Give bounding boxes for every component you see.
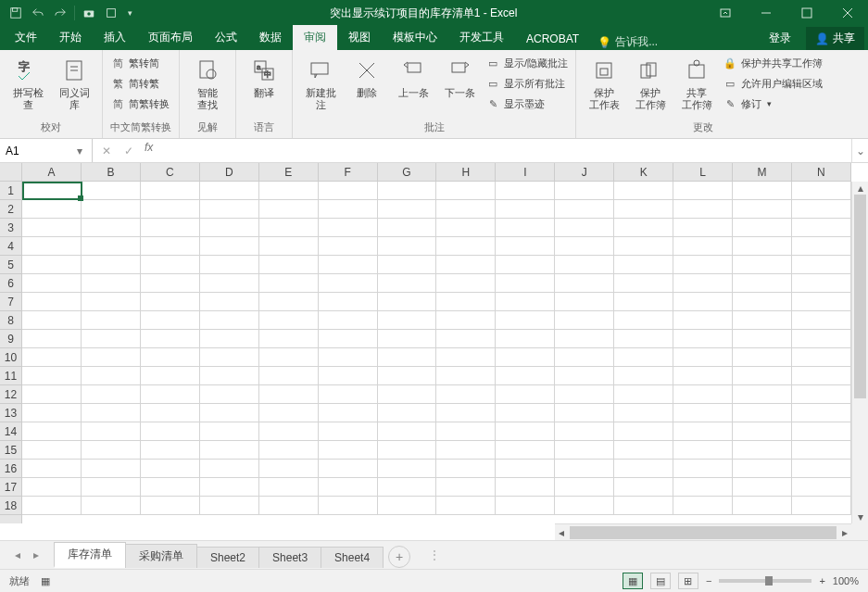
show-all-comments-button[interactable]: ▭显示所有批注 <box>485 74 568 93</box>
cell[interactable] <box>733 460 792 478</box>
column-header[interactable]: G <box>378 163 437 181</box>
cell[interactable] <box>319 385 378 404</box>
cell[interactable] <box>436 367 496 385</box>
tab-view[interactable]: 视图 <box>337 25 382 50</box>
hscroll-thumb[interactable] <box>570 526 837 539</box>
cell[interactable] <box>614 404 673 422</box>
cell[interactable] <box>141 478 200 497</box>
tab-template[interactable]: 模板中心 <box>382 25 448 50</box>
protect-share-button[interactable]: 🔒保护并共享工作簿 <box>723 54 823 72</box>
row-header[interactable]: 3 <box>0 219 21 237</box>
cell[interactable] <box>259 404 319 422</box>
cell[interactable] <box>673 348 733 367</box>
cell[interactable] <box>82 256 141 274</box>
cell[interactable] <box>259 367 319 385</box>
cell[interactable] <box>733 497 792 515</box>
cell[interactable] <box>378 460 437 478</box>
cell[interactable] <box>673 460 733 478</box>
cell[interactable] <box>436 274 496 293</box>
column-header[interactable]: K <box>614 163 673 181</box>
cell[interactable] <box>22 200 82 219</box>
cell[interactable] <box>259 441 319 460</box>
view-layout-icon[interactable]: ▤ <box>650 573 671 589</box>
cell[interactable] <box>792 422 851 441</box>
cell[interactable] <box>141 348 200 367</box>
cell[interactable] <box>792 478 851 497</box>
cell[interactable] <box>555 311 614 330</box>
cell[interactable] <box>141 237 200 256</box>
cell[interactable] <box>82 219 141 237</box>
translate-button[interactable]: a中 翻译 <box>244 54 284 101</box>
cell[interactable] <box>141 460 200 478</box>
cell[interactable] <box>496 348 555 367</box>
cell[interactable] <box>82 460 141 478</box>
cell[interactable] <box>319 367 378 385</box>
new-comment-button[interactable]: 新建批注 <box>300 54 341 113</box>
cell[interactable] <box>22 404 82 422</box>
row-header[interactable]: 1 <box>0 182 21 200</box>
cell[interactable] <box>319 404 378 422</box>
cell[interactable] <box>673 422 733 441</box>
column-header[interactable]: N <box>792 163 851 181</box>
cell[interactable] <box>733 182 792 200</box>
column-header[interactable]: H <box>436 163 496 181</box>
save-icon[interactable] <box>6 3 26 23</box>
cell[interactable] <box>733 422 792 441</box>
next-comment-button[interactable]: 下一条 <box>439 54 480 101</box>
cell[interactable] <box>792 497 851 515</box>
cell[interactable] <box>141 367 200 385</box>
cell[interactable] <box>82 441 141 460</box>
cell[interactable] <box>259 460 319 478</box>
cancel-icon[interactable]: ✕ <box>96 141 117 161</box>
zoom-level[interactable]: 100% <box>833 575 859 586</box>
cell[interactable] <box>141 274 200 293</box>
horizontal-scrollbar[interactable]: ◂ ▸ <box>555 523 851 540</box>
cell[interactable] <box>22 478 82 497</box>
smart-lookup-button[interactable]: 智能 查找 <box>187 54 228 113</box>
cell[interactable] <box>496 385 555 404</box>
row-header[interactable]: 18 <box>0 497 21 515</box>
row-header[interactable]: 14 <box>0 422 21 441</box>
tab-data[interactable]: 数据 <box>248 25 293 50</box>
cell[interactable] <box>378 497 437 515</box>
cell[interactable] <box>733 237 792 256</box>
row-header[interactable]: 10 <box>0 348 21 367</box>
tab-layout[interactable]: 页面布局 <box>137 25 204 50</box>
cell[interactable] <box>200 274 259 293</box>
cell[interactable] <box>82 311 141 330</box>
cell[interactable] <box>673 237 733 256</box>
cell[interactable] <box>792 367 851 385</box>
cell[interactable] <box>792 460 851 478</box>
cell[interactable] <box>496 367 555 385</box>
cell[interactable] <box>319 256 378 274</box>
cell[interactable] <box>436 348 496 367</box>
vertical-scrollbar[interactable]: ▴ ▾ <box>851 182 868 523</box>
cell[interactable] <box>555 348 614 367</box>
cell[interactable] <box>792 311 851 330</box>
cell[interactable] <box>555 330 614 348</box>
formula-expand-icon[interactable]: ⌄ <box>851 139 868 162</box>
cell[interactable] <box>141 404 200 422</box>
cell[interactable] <box>378 330 437 348</box>
cell[interactable] <box>378 385 437 404</box>
cell[interactable] <box>141 256 200 274</box>
cell[interactable] <box>319 311 378 330</box>
cell[interactable] <box>436 182 496 200</box>
track-changes-button[interactable]: ✎修订▾ <box>723 94 823 113</box>
ribbon-options-icon[interactable] <box>705 0 746 26</box>
protect-workbook-button[interactable]: 保护 工作簿 <box>630 54 671 113</box>
cell[interactable] <box>555 256 614 274</box>
cell[interactable] <box>614 274 673 293</box>
cell[interactable] <box>200 237 259 256</box>
cell[interactable] <box>792 200 851 219</box>
tab-home[interactable]: 开始 <box>48 25 93 50</box>
tab-insert[interactable]: 插入 <box>93 25 137 50</box>
cell[interactable] <box>436 200 496 219</box>
column-header[interactable]: M <box>733 163 792 181</box>
cell[interactable] <box>614 182 673 200</box>
cell[interactable] <box>436 441 496 460</box>
cell[interactable] <box>673 182 733 200</box>
column-header[interactable]: J <box>555 163 614 181</box>
cell[interactable] <box>82 422 141 441</box>
cell[interactable] <box>555 274 614 293</box>
